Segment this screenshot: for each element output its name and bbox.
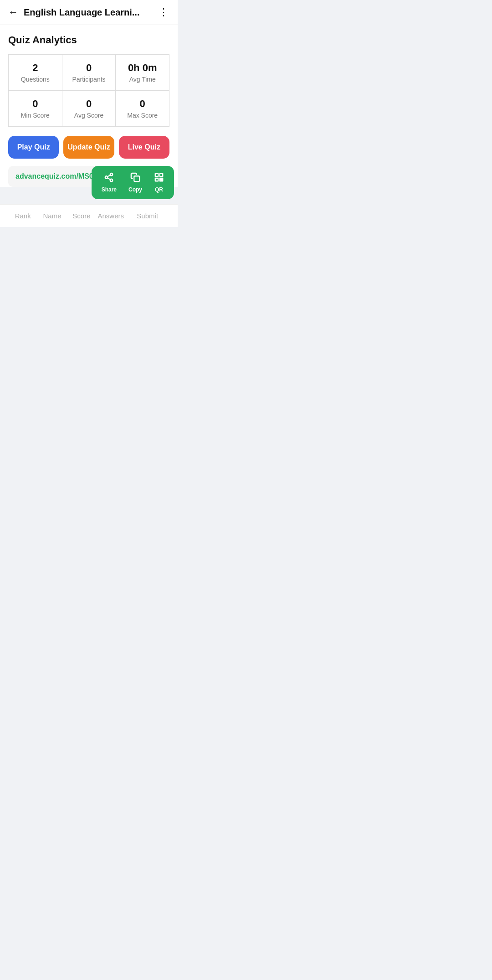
update-quiz-button[interactable]: Update Quiz <box>63 136 114 159</box>
col-name: Name <box>37 212 67 220</box>
stat-avg-time-value: 0h 0m <box>128 62 157 74</box>
col-answers: Answers <box>96 212 125 220</box>
stat-participants-value: 0 <box>86 62 92 74</box>
stat-participants-label: Participants <box>72 76 105 83</box>
stat-avg-time-label: Avg Time <box>129 76 156 83</box>
qr-icon <box>154 172 164 185</box>
copy-button[interactable]: Copy <box>124 170 147 196</box>
stat-avg-score: 0 Avg Score <box>62 91 116 126</box>
share-popup: Share Copy <box>92 166 174 199</box>
col-score: Score <box>67 212 96 220</box>
col-submit: Submit <box>125 212 169 220</box>
col-rank: Rank <box>8 212 37 220</box>
stat-min-score-label: Min Score <box>21 112 50 119</box>
top-bar-left: ← English Language Learni... <box>8 6 139 18</box>
stat-questions-label: Questions <box>21 76 50 83</box>
svg-rect-5 <box>134 176 139 181</box>
share-icon <box>104 172 114 185</box>
action-buttons-row: Play Quiz Update Quiz Live Quiz <box>8 136 169 159</box>
stat-min-score: 0 Min Score <box>9 91 62 126</box>
empty-content-area <box>0 227 178 409</box>
page-title: English Language Learni... <box>24 7 139 18</box>
stat-max-score: 0 Max Score <box>116 91 169 126</box>
more-options-icon[interactable]: ⋮ <box>159 6 169 18</box>
share-button[interactable]: Share <box>97 170 121 196</box>
stat-participants: 0 Participants <box>62 55 116 90</box>
back-button[interactable]: ← <box>8 6 18 18</box>
qr-button[interactable]: QR <box>149 170 169 196</box>
svg-rect-9 <box>160 178 161 180</box>
svg-rect-11 <box>160 180 161 181</box>
copy-icon <box>130 172 140 185</box>
stat-max-score-label: Max Score <box>127 112 158 119</box>
svg-rect-10 <box>162 180 163 181</box>
svg-line-3 <box>108 178 110 180</box>
section-title: Quiz Analytics <box>8 34 169 46</box>
main-content: Quiz Analytics 2 Questions 0 Participant… <box>0 25 178 187</box>
svg-rect-6 <box>155 174 158 176</box>
stats-row-2: 0 Min Score 0 Avg Score 0 Max Score <box>9 91 169 127</box>
live-quiz-button[interactable]: Live Quiz <box>119 136 169 159</box>
stat-avg-time: 0h 0m Avg Time <box>116 55 169 90</box>
qr-label: QR <box>155 186 163 193</box>
stat-max-score-value: 0 <box>140 98 145 110</box>
table-header: Rank Name Score Answers Submit <box>0 204 178 227</box>
copy-label: Copy <box>128 186 142 193</box>
play-quiz-button[interactable]: Play Quiz <box>8 136 59 159</box>
svg-rect-7 <box>160 174 163 176</box>
svg-rect-12 <box>162 178 163 180</box>
share-label: Share <box>102 186 117 193</box>
stat-avg-score-value: 0 <box>86 98 92 110</box>
stat-questions: 2 Questions <box>9 55 62 90</box>
stats-row-1: 2 Questions 0 Participants 0h 0m Avg Tim… <box>9 55 169 91</box>
url-section: advancequiz.com/MS0... Share <box>8 166 169 187</box>
stats-grid: 2 Questions 0 Participants 0h 0m Avg Tim… <box>8 54 169 127</box>
svg-line-4 <box>108 175 110 177</box>
top-bar: ← English Language Learni... ⋮ <box>0 0 178 25</box>
svg-rect-8 <box>155 178 158 181</box>
stat-questions-value: 2 <box>32 62 38 74</box>
stat-min-score-value: 0 <box>32 98 38 110</box>
stat-avg-score-label: Avg Score <box>74 112 103 119</box>
